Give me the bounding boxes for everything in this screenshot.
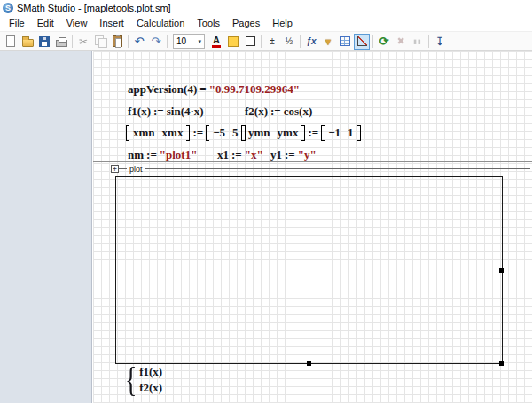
region-line [145, 168, 530, 169]
toolbar-separator [372, 35, 373, 48]
copy-icon [95, 35, 106, 47]
content-area: appVersion(4)="0.99.7109.29964" f1(x):=s… [0, 51, 532, 403]
toolbar-separator [128, 35, 129, 48]
window-title: SMath Studio - [mapletools.plot.sm] [17, 3, 171, 13]
assign-operator: := [153, 105, 164, 119]
menu-pages[interactable]: Pages [226, 16, 266, 30]
matrix: xmnxmx [126, 125, 190, 141]
menu-insert[interactable]: Insert [93, 16, 130, 30]
open-file-button[interactable] [20, 34, 35, 50]
save-floppy-icon [39, 36, 50, 47]
right-bracket [301, 125, 305, 141]
stop-x-icon: ✖ [396, 35, 404, 47]
region-label: plot [127, 165, 145, 174]
chevron-down-icon: ▾ [198, 38, 201, 45]
print-button[interactable] [53, 34, 69, 50]
insert-function-button[interactable]: ƒx [303, 34, 319, 50]
fraction-icon: ½ [286, 36, 293, 46]
cut-button[interactable]: ✂ [75, 34, 91, 50]
redo-arrow-icon: ↷ [152, 35, 161, 48]
system-brace: { [125, 363, 137, 397]
font-size-select[interactable]: 10 ▾ [173, 34, 205, 49]
app-icon: S [3, 3, 13, 13]
go-to-bottom-button[interactable]: ↧ [432, 34, 448, 50]
undo-button[interactable]: ↶ [131, 34, 147, 50]
expression-xrange[interactable]: xmnxmx := −55 [126, 125, 246, 141]
pause-icon: ▮▮ [413, 38, 422, 45]
resize-handle-right[interactable] [499, 268, 504, 273]
insert-matrix-button[interactable] [337, 34, 353, 50]
menu-tools[interactable]: Tools [191, 16, 226, 30]
interrupt-button[interactable]: ✖ [393, 34, 409, 50]
expression-f2[interactable]: f2(x):=cos(x) [245, 105, 312, 119]
menu-file[interactable]: File [3, 16, 31, 30]
expression-plot-system[interactable]: { f1(x) f2(x) [122, 363, 162, 397]
resize-handle-bottom[interactable] [307, 361, 311, 366]
matrix: −11 [321, 125, 360, 141]
paste-button[interactable] [109, 34, 125, 50]
refresh-icon: ⟳ [379, 35, 389, 48]
expression-lhs: nm [128, 148, 144, 162]
pause-button[interactable]: ▮▮ [410, 34, 426, 50]
toolbar-separator [428, 35, 429, 48]
matrix: ymnymx [241, 125, 305, 141]
plot-region[interactable] [115, 176, 503, 364]
expression-nm[interactable]: nm:="plot1" [128, 148, 197, 162]
collapsible-region-header: + plot [111, 164, 530, 174]
toolbar-separator [72, 35, 73, 48]
printer-icon [56, 40, 67, 47]
worksheet-canvas[interactable]: appVersion(4)="0.99.7109.29964" f1(x):=s… [93, 51, 532, 403]
right-bracket [357, 125, 361, 141]
expression-y1[interactable]: y1:="y" [270, 148, 317, 162]
assign-operator: := [285, 148, 295, 162]
menu-edit[interactable]: Edit [31, 16, 60, 30]
side-panel[interactable] [0, 51, 92, 403]
insert-plot-button[interactable] [354, 34, 370, 50]
expression-appversion[interactable]: appVersion(4)="0.99.7109.29964" [128, 82, 300, 97]
resize-handle-corner[interactable] [499, 361, 504, 366]
expression-x1[interactable]: x1:="x" [217, 148, 263, 162]
new-document-icon [6, 35, 15, 47]
insert-unit-button[interactable]: ▼ [320, 34, 336, 50]
fraction-button[interactable]: ½ [281, 34, 297, 50]
background-color-button[interactable] [225, 34, 241, 50]
down-arrow-icon: ↧ [435, 35, 445, 48]
funnel-icon: ▼ [324, 36, 333, 47]
new-document-button[interactable] [3, 34, 19, 50]
font-size-value: 10 [176, 36, 186, 46]
plot-chart-icon [357, 36, 367, 46]
matrix-cell: ymx [278, 126, 299, 140]
expression-f1[interactable]: f1(x):=sin(4·x) [128, 105, 204, 119]
menu-view[interactable]: View [60, 16, 94, 30]
assign-operator: := [270, 105, 281, 119]
expression-rhs: sin(4·x) [167, 105, 204, 119]
open-folder-icon [22, 39, 34, 47]
save-button[interactable] [36, 34, 52, 50]
scissors-icon: ✂ [79, 35, 88, 48]
function-fx-icon: ƒx [306, 36, 316, 46]
expression-lhs: x1 [217, 148, 229, 162]
area-separator-line [93, 161, 532, 162]
border-button[interactable] [242, 34, 258, 50]
expression-lhs: appVersion(4) [128, 82, 197, 97]
plus-minus-icon: ± [270, 36, 275, 46]
titlebar: S SMath Studio - [mapletools.plot.sm] [0, 0, 532, 15]
region-dash [119, 168, 127, 169]
copy-button[interactable] [92, 34, 108, 50]
matrix-cell: xmx [162, 126, 184, 140]
font-color-button[interactable]: A [208, 34, 224, 50]
toolbar-separator [261, 35, 262, 48]
collapse-plot-button[interactable]: + [111, 165, 119, 173]
expression-lhs: y1 [270, 148, 282, 162]
assign-operator: := [231, 148, 242, 162]
expression-yrange[interactable]: ymnymx := −11 [241, 125, 361, 141]
font-color-icon: A [212, 35, 221, 48]
plus-minus-button[interactable]: ± [264, 34, 280, 50]
right-bracket [186, 125, 190, 141]
menu-help[interactable]: Help [266, 16, 299, 30]
matrix: −55 [206, 125, 245, 141]
menu-calculation[interactable]: Calculation [130, 16, 191, 30]
recalculate-button[interactable]: ⟳ [376, 34, 392, 50]
redo-button[interactable]: ↷ [148, 34, 164, 50]
matrix-cell: −5 [213, 126, 225, 140]
